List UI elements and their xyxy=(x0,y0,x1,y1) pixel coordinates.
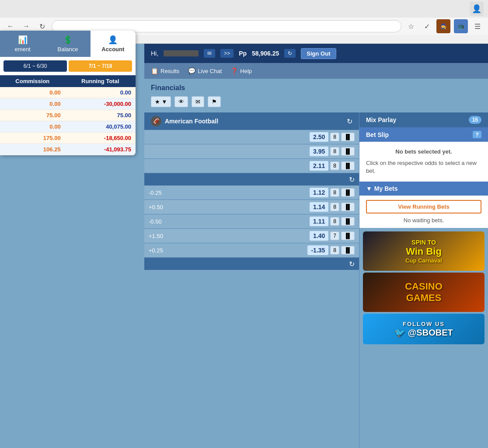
bottom-section-divider: ↻ xyxy=(144,258,359,270)
chart-button[interactable]: ▐▌ xyxy=(341,133,355,141)
odds-value[interactable]: 2.11 xyxy=(310,161,328,171)
running-total-cell: -18,650.00 xyxy=(65,133,136,144)
tab-management[interactable]: 📊 ement xyxy=(0,31,45,57)
bet-slip-help-badge[interactable]: ? xyxy=(473,131,481,138)
chart-button[interactable]: ▐▌ xyxy=(341,147,355,156)
table-row: 75.00 75.00 xyxy=(0,110,136,121)
section-refresh-button[interactable]: ↻ xyxy=(349,175,355,184)
sport-name: American Football xyxy=(165,118,218,125)
odds-value[interactable]: 1.12 xyxy=(310,188,328,197)
odds-row: 2.11 8 ▐▌ xyxy=(144,159,359,173)
mix-parlay-bar[interactable]: Mix Parlay 15 xyxy=(359,112,488,127)
forward-button[interactable]: >> xyxy=(220,49,234,58)
extension-icon-2[interactable]: 📺 xyxy=(454,19,468,33)
email-button[interactable]: ✉ xyxy=(204,49,215,58)
table-row: 0.00 0.00 xyxy=(0,87,136,98)
section-divider: ↻ xyxy=(144,173,359,186)
commission-cell: 106.25 xyxy=(0,144,65,155)
period-tabs: 6/1 ~ 6/30 7/1 ~ 7/18 xyxy=(3,60,132,72)
spin-promo-banner[interactable]: SPIN TO Win Big Cup Carnaval xyxy=(363,231,485,271)
parlay-count-badge: 15 xyxy=(469,116,481,124)
main-content: 📊 ement 💲 Balance 👤 Account 6/1 ~ 6/30 7… xyxy=(0,44,488,448)
handicap: +0.50 xyxy=(149,204,171,210)
table-row: 0.00 40,075.00 xyxy=(0,121,136,133)
promo-banners: SPIN TO Win Big Cup Carnaval CASINO GAME… xyxy=(359,228,488,348)
period-tab-july[interactable]: 7/1 ~ 7/18 xyxy=(69,60,132,72)
odds-8-button[interactable]: 8 xyxy=(330,217,339,226)
commission-cell: 0.00 xyxy=(0,98,65,110)
chart-button[interactable]: ▐▌ xyxy=(341,188,355,197)
chart-button[interactable]: ▐▌ xyxy=(341,231,355,240)
flag-toolbar-btn[interactable]: ⚑ xyxy=(208,96,221,107)
tab-balance[interactable]: 💲 Balance xyxy=(45,31,90,57)
odds-7-button[interactable]: 7 xyxy=(330,231,339,240)
col-commission: Commission xyxy=(0,75,65,87)
view-running-bets-button[interactable]: View Running Bets xyxy=(366,200,481,214)
casino-promo-banner[interactable]: CASINO GAMES xyxy=(363,273,485,312)
browser-top-bar: 👤 xyxy=(0,0,488,18)
running-total-cell: -41,093.75 xyxy=(65,144,136,155)
chart-button[interactable]: ▐▌ xyxy=(341,161,355,170)
handicap: -0.25 xyxy=(149,189,171,196)
chart-button[interactable]: ▐▌ xyxy=(341,203,355,211)
odds-8-button[interactable]: 8 xyxy=(330,246,339,255)
favorites-toolbar-btn[interactable]: ★ ▼ xyxy=(151,96,171,107)
message-toolbar-btn[interactable]: ✉ xyxy=(192,96,204,107)
greeting-text: Hi, xyxy=(151,50,158,57)
livechat-icon: 💬 xyxy=(188,67,195,74)
odds-8-button[interactable]: 8 xyxy=(330,133,339,141)
handicap: +0.25 xyxy=(149,247,171,254)
extension-icon[interactable]: 🧙 xyxy=(436,19,450,33)
no-bets-message: No bets selected yet. xyxy=(366,148,481,155)
refresh-balance-button[interactable]: ↻ xyxy=(284,49,296,58)
star-button[interactable]: ☆ xyxy=(405,20,417,32)
follow-promo-banner[interactable]: FOLLOW US 🐦 @SBOBET xyxy=(363,314,485,344)
my-bets-arrow: ▼ xyxy=(366,185,372,192)
no-waiting-message: No waiting bets. xyxy=(366,217,481,224)
odds-8-button[interactable]: 8 xyxy=(330,161,339,170)
odds-8-button[interactable]: 8 xyxy=(330,188,339,197)
sign-out-button[interactable]: Sign Out xyxy=(301,48,336,59)
odds-row: +0.50 1.14 8 ▐▌ xyxy=(144,200,359,214)
sport-refresh-button[interactable]: ↻ xyxy=(347,117,352,126)
odds-8-button[interactable]: 8 xyxy=(330,203,339,211)
odds-row: 2.50 8 ▐▌ xyxy=(144,130,359,144)
odds-value[interactable]: 1.11 xyxy=(310,217,328,226)
odds-8-button[interactable]: 8 xyxy=(330,147,339,156)
american-football-header: 🏈 American Football ↻ xyxy=(144,112,359,130)
odds-value[interactable]: 3.95 xyxy=(310,147,328,156)
nav-results[interactable]: 📋 Results xyxy=(151,67,179,74)
mix-parlay-label: Mix Parlay xyxy=(366,116,396,123)
commission-table: Commission Running Total 0.00 0.00 0.00 … xyxy=(0,75,136,155)
nav-help[interactable]: ❓ Help xyxy=(230,67,252,74)
bet-slip-title: Bet Slip xyxy=(366,131,389,138)
odds-value[interactable]: 2.50 xyxy=(310,132,328,142)
odds-value[interactable]: 1.14 xyxy=(310,202,328,212)
table-row: 175.00 -18,650.00 xyxy=(0,133,136,144)
commission-cell: 75.00 xyxy=(0,110,65,121)
promo-follow-text: FOLLOW US 🐦 @SBOBET xyxy=(394,321,453,338)
promo-casino-text: CASINO GAMES xyxy=(405,281,443,304)
account-icon: 👤 xyxy=(108,35,118,45)
balance-icon: 💲 xyxy=(63,35,73,45)
odds-row: -0.50 1.11 8 ▐▌ xyxy=(144,214,359,229)
col-running-total: Running Total xyxy=(65,75,136,87)
eye-toolbar-btn[interactable]: 👁 xyxy=(174,96,188,107)
user-profile-icon[interactable]: 👤 xyxy=(470,2,484,16)
bet-slip-header: Bet Slip ? xyxy=(359,127,488,142)
tab-account[interactable]: 👤 Account xyxy=(91,31,136,57)
my-bets-header[interactable]: ▼ My Bets xyxy=(359,182,488,196)
odds-value[interactable]: -1.35 xyxy=(307,245,328,255)
running-total-cell: 75.00 xyxy=(65,110,136,121)
period-tab-june[interactable]: 6/1 ~ 6/30 xyxy=(3,60,67,72)
sbobet-header: Hi, ✉ >> Pp 58,906.25 ↻ Sign Out xyxy=(144,44,488,63)
bottom-refresh-button[interactable]: ↻ xyxy=(349,260,355,268)
chart-button[interactable]: ▐▌ xyxy=(341,217,355,226)
check-button[interactable]: ✓ xyxy=(421,20,433,32)
chart-button[interactable]: ▐▌ xyxy=(341,246,355,255)
sports-area: 🏈 American Football ↻ 2.50 8 ▐▌ 3.95 8 ▐… xyxy=(144,112,488,448)
nav-livechat[interactable]: 💬 Live Chat xyxy=(188,67,222,74)
menu-button[interactable]: ☰ xyxy=(471,20,484,32)
odds-value[interactable]: 1.40 xyxy=(310,231,328,241)
american-football-icon: 🏈 xyxy=(151,116,161,126)
